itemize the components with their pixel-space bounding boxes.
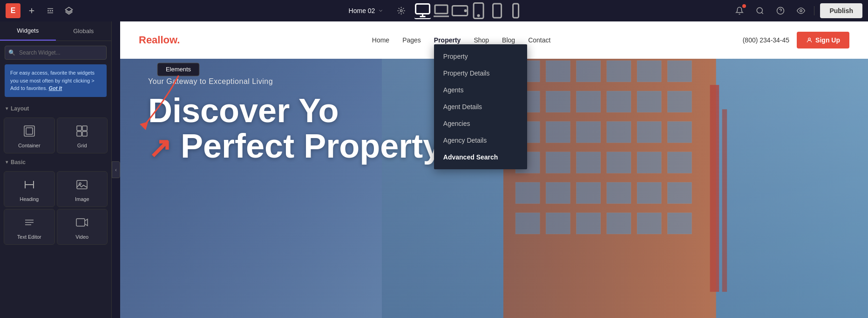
device-tablet-landscape-button[interactable] bbox=[451, 2, 468, 19]
main-area: Widgets Globals 🔍 For easy access, favor… bbox=[0, 21, 868, 318]
widget-text-editor[interactable]: Text Editor bbox=[4, 209, 55, 245]
widget-image[interactable]: Image bbox=[57, 171, 108, 207]
settings-button[interactable] bbox=[393, 3, 408, 18]
svg-line-18 bbox=[762, 12, 763, 14]
search-button[interactable] bbox=[753, 3, 767, 18]
device-mobile-button[interactable] bbox=[507, 2, 524, 19]
svg-point-14 bbox=[478, 15, 479, 16]
video-icon bbox=[75, 216, 88, 231]
nav-shop[interactable]: Shop bbox=[474, 36, 489, 44]
nav-blog[interactable]: Blog bbox=[502, 36, 515, 44]
layout-widgets-grid: Container Grid bbox=[0, 116, 111, 155]
grid-icon bbox=[75, 124, 88, 140]
info-banner: For easy access, favorite the widgets yo… bbox=[5, 64, 107, 97]
svg-point-6 bbox=[400, 10, 402, 12]
top-bar-right: Publish bbox=[732, 3, 862, 18]
tab-widgets[interactable]: Widgets bbox=[0, 21, 56, 41]
svg-rect-7 bbox=[415, 4, 429, 14]
widget-search[interactable]: 🔍 bbox=[5, 46, 107, 60]
container-icon bbox=[23, 124, 36, 140]
svg-rect-16 bbox=[513, 4, 518, 18]
svg-point-12 bbox=[465, 10, 466, 12]
svg-rect-26 bbox=[77, 131, 81, 136]
nav-property[interactable]: Property bbox=[434, 36, 461, 44]
tab-globals[interactable]: Globals bbox=[56, 21, 112, 41]
got-it-button[interactable]: Got It bbox=[49, 85, 62, 91]
sidebar: Widgets Globals 🔍 For easy access, favor… bbox=[0, 21, 112, 318]
svg-point-17 bbox=[757, 7, 763, 13]
hero-arrow-icon: ↗ bbox=[148, 133, 171, 163]
top-bar-center: Home 02 bbox=[344, 2, 524, 19]
svg-rect-33 bbox=[76, 219, 85, 226]
sidebar-tabs: Widgets Globals bbox=[0, 21, 111, 41]
heading-icon bbox=[23, 178, 36, 194]
svg-rect-25 bbox=[82, 126, 87, 131]
phone-number: (800) 234-34-45 bbox=[743, 36, 789, 44]
basic-section-title[interactable]: ▾ Basic bbox=[0, 155, 111, 169]
svg-point-4 bbox=[52, 10, 53, 11]
widget-grid[interactable]: Grid bbox=[57, 118, 108, 153]
layers-button[interactable] bbox=[61, 3, 76, 18]
divider bbox=[814, 6, 814, 15]
site-navigation: Home Pages Property Property Property De… bbox=[372, 36, 551, 44]
svg-rect-28 bbox=[77, 180, 87, 189]
nav-pages[interactable]: Pages bbox=[402, 36, 421, 44]
svg-rect-10 bbox=[435, 5, 448, 14]
text-editor-icon bbox=[23, 216, 36, 231]
device-wide-mobile-button[interactable] bbox=[488, 2, 505, 19]
top-bar-left: E bbox=[6, 3, 76, 18]
widget-heading[interactable]: Heading bbox=[4, 171, 55, 207]
elementor-logo[interactable]: E bbox=[6, 3, 20, 18]
section-arrow-icon: ▾ bbox=[6, 106, 8, 111]
property-dropdown: Property Property Details Agents Agent D… bbox=[434, 44, 527, 169]
nav-contact[interactable]: Contact bbox=[528, 36, 550, 44]
svg-rect-24 bbox=[77, 126, 81, 131]
dropdown-agencies[interactable]: Agencies bbox=[434, 115, 527, 132]
image-icon bbox=[75, 178, 88, 194]
publish-button[interactable]: Publish bbox=[820, 3, 862, 18]
widget-video[interactable]: Video bbox=[57, 209, 108, 245]
top-bar: E Home 02 bbox=[0, 0, 868, 21]
dropdown-property[interactable]: Property bbox=[434, 48, 527, 65]
site-header-right: (800) 234-34-45 Sign Up bbox=[743, 32, 849, 48]
svg-point-2 bbox=[50, 10, 51, 11]
svg-point-34 bbox=[808, 38, 811, 40]
svg-point-3 bbox=[48, 10, 49, 11]
device-desktop-button[interactable] bbox=[414, 2, 431, 19]
dropdown-advanced-search[interactable]: Advanced Search bbox=[434, 149, 527, 166]
help-button[interactable] bbox=[773, 3, 788, 18]
layout-section-title[interactable]: ▾ Layout bbox=[0, 102, 111, 116]
svg-point-21 bbox=[800, 10, 802, 12]
section-arrow-icon: ▾ bbox=[6, 159, 8, 165]
page-selector[interactable]: Home 02 bbox=[344, 5, 388, 16]
device-tablet-button[interactable] bbox=[470, 2, 487, 19]
svg-rect-23 bbox=[26, 128, 33, 134]
dropdown-agents[interactable]: Agents bbox=[434, 82, 527, 98]
dropdown-agency-details[interactable]: Agency Details bbox=[434, 132, 527, 149]
nav-home[interactable]: Home bbox=[372, 36, 389, 44]
add-element-button[interactable] bbox=[24, 3, 39, 18]
widget-container[interactable]: Container bbox=[4, 118, 55, 153]
device-laptop-button[interactable] bbox=[433, 2, 449, 19]
website-header: Reallow. Home Pages Property Property Pr… bbox=[120, 21, 868, 59]
svg-rect-15 bbox=[493, 4, 501, 18]
basic-widgets-grid: Heading Image bbox=[0, 169, 111, 247]
customize-button[interactable] bbox=[43, 3, 58, 18]
search-input[interactable] bbox=[5, 46, 107, 60]
svg-rect-27 bbox=[82, 131, 87, 136]
sidebar-collapse-button[interactable]: ‹ bbox=[112, 161, 120, 178]
dropdown-agent-details[interactable]: Agent Details bbox=[434, 98, 527, 115]
sign-up-button[interactable]: Sign Up bbox=[797, 32, 849, 48]
notifications-button[interactable] bbox=[732, 3, 747, 18]
website-preview: Reallow. Home Pages Property Property Pr… bbox=[120, 21, 868, 318]
search-icon: 🔍 bbox=[8, 49, 15, 56]
site-logo: Reallow. bbox=[139, 34, 180, 46]
dropdown-property-details[interactable]: Property Details bbox=[434, 65, 527, 82]
nav-property-container: Property Property Property Details Agent… bbox=[434, 36, 461, 44]
content-area: Reallow. Home Pages Property Property Pr… bbox=[120, 21, 868, 318]
preview-button[interactable] bbox=[793, 3, 808, 18]
svg-point-29 bbox=[79, 183, 81, 185]
